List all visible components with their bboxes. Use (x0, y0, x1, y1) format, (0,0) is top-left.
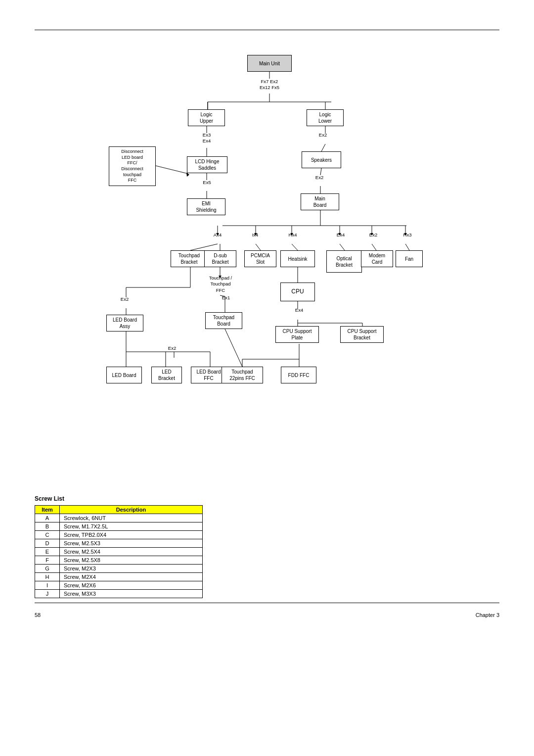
table-row: DScrew, M2.5X3 (35, 539, 203, 548)
dsub-bracket-box: D-subBracket (204, 250, 236, 267)
led-board-ffc-label: LED BoardFFC (197, 369, 221, 381)
svg-line-11 (321, 144, 325, 151)
emi-shielding-label: EMIShielding (196, 200, 216, 213)
screw-item: F (35, 556, 60, 565)
touchpad-ffc-note: Touchpad /TouchpadFFC (200, 275, 241, 293)
led-board-assy-box: LED BoardAssy (106, 315, 143, 331)
footer-page-number: 58 (35, 612, 41, 618)
dsub-bracket-label: D-subBracket (212, 252, 229, 265)
cpu-support-plate-label: CPU SupportPlate (283, 328, 312, 341)
ex3-ex4-label: Ex3Ex4 (192, 132, 222, 144)
modem-card-label: ModemCard (369, 252, 385, 265)
fx7-text: Fx7 Ex2Ex12 Fx5 (260, 79, 279, 90)
cpu-label: CPU (291, 288, 304, 296)
touchpad-bracket-box: TouchpadBracket (171, 250, 208, 267)
table-row: CScrew, TPB2.0X4 (35, 531, 203, 539)
screw-item: J (35, 590, 60, 598)
touchpad-bracket-label: TouchpadBracket (178, 252, 200, 265)
cpu-support-plate-box: CPU SupportPlate (275, 326, 319, 343)
ex2-b-label: Ex2 (310, 175, 329, 181)
table-row: JScrew, M3X3 (35, 590, 203, 598)
touchpad-board-label: TouchpadBoard (213, 314, 234, 327)
led-board-box: LED Board (106, 367, 142, 383)
table-row: AScrewlock, 6NUT (35, 514, 203, 522)
screw-list-title: Screw List (35, 495, 499, 502)
diagram-area: Main Unit Fx7 Ex2Ex12 Fx5 LogicUpper Log… (35, 50, 499, 480)
svg-line-43 (372, 244, 376, 250)
col-header-desc: Description (60, 506, 203, 514)
touchpad-board-box: TouchpadBoard (205, 312, 242, 329)
screw-desc: Screw, M1.7X2.5L (60, 522, 203, 531)
disconnect-label: DisconnectLED boardFFC/Disconnecttouchpa… (121, 149, 143, 184)
svg-line-41 (340, 244, 345, 250)
fdd-ffc-box: FDD FFC (281, 367, 316, 383)
col-header-item: Item (35, 506, 60, 514)
ex1-label: Ex1 (217, 295, 235, 301)
heatsink-label: Heatsink (288, 256, 308, 262)
main-board-label: MainBoard (313, 195, 327, 208)
screw-item: A (35, 514, 60, 522)
speakers-box: Speakers (302, 151, 341, 168)
screw-desc: Screw, M2.5X4 (60, 548, 203, 556)
top-rule (35, 30, 499, 30)
table-row: IScrew, M2X6 (35, 581, 203, 590)
screw-item: D (35, 539, 60, 548)
logic-lower-box: LogicLower (307, 109, 344, 126)
ax4-label: Ax4 (208, 232, 227, 238)
screw-desc: Screw, M2X3 (60, 565, 203, 573)
screw-desc: Screw, TPB2.0X4 (60, 531, 203, 539)
led-board-assy-label: LED BoardAssy (113, 317, 137, 330)
fan-label: Fan (405, 256, 413, 262)
cpu-support-bracket-label: CPU SupportBracket (348, 328, 377, 341)
svg-line-77 (225, 329, 242, 367)
screw-desc: Screw, M2.5X8 (60, 556, 203, 565)
cpu-support-bracket-box: CPU SupportBracket (340, 326, 384, 343)
main-unit-label: Main Unit (259, 60, 280, 67)
led-bracket-box: LEDBracket (151, 367, 182, 383)
fx7-label: Fx7 Ex2Ex12 Fx5 (247, 79, 292, 91)
logic-lower-label: LogicLower (318, 111, 332, 124)
main-board-box: MainBoard (301, 193, 339, 210)
optical-bracket-box: OpticalBracket (326, 250, 362, 273)
modem-card-box: ModemCard (361, 250, 393, 267)
heatsink-box: Heatsink (280, 250, 315, 267)
optical-bracket-label: OpticalBracket (336, 255, 353, 268)
pcmcia-slot-box: PCMCIASlot (244, 250, 276, 267)
logic-upper-label: LogicUpper (200, 111, 213, 124)
screw-item: B (35, 522, 60, 531)
ex2-split-label: Ex2 (162, 345, 182, 351)
table-row: FScrew, M2.5X8 (35, 556, 203, 565)
hx3-label: Hx3 (398, 232, 417, 238)
screw-item: G (35, 565, 60, 573)
screw-list-section: Screw List Item Description AScrewlock, … (35, 495, 499, 598)
svg-line-47 (190, 244, 218, 250)
pcmcia-slot-label: PCMCIASlot (251, 252, 270, 265)
main-unit-box: Main Unit (247, 55, 292, 72)
led-board-label: LED Board (112, 372, 136, 378)
svg-line-19 (156, 166, 188, 174)
svg-line-45 (405, 244, 409, 250)
ex5-label: Ex5 (196, 180, 218, 186)
table-row: EScrew, M2.5X4 (35, 548, 203, 556)
screw-desc: Screwlock, 6NUT (60, 514, 203, 522)
svg-line-37 (256, 244, 261, 250)
emi-shielding-box: EMIShielding (187, 198, 225, 215)
screw-desc: Screw, M2X4 (60, 573, 203, 581)
ex2-led-label: Ex2 (115, 296, 134, 302)
ex2-a-label: Ex2 (313, 132, 333, 138)
hx4-label: Hx4 (283, 232, 302, 238)
screw-desc: Screw, M3X3 (60, 590, 203, 598)
screw-item: I (35, 581, 60, 590)
disconnect-note-box: DisconnectLED boardFFC/Disconnecttouchpa… (109, 146, 156, 186)
screw-desc: Screw, M2X6 (60, 581, 203, 590)
bottom-rule (35, 603, 499, 603)
svg-line-13 (320, 168, 321, 175)
table-row: GScrew, M2X3 (35, 565, 203, 573)
screw-item: E (35, 548, 60, 556)
led-bracket-label: LEDBracket (158, 369, 175, 381)
screw-item: H (35, 573, 60, 581)
lcd-hinge-label: LCD HingeSaddles (195, 158, 220, 171)
touchpad-22pins-label: Touchpad22pins FFC (229, 369, 255, 381)
footer: 58 Chapter 3 (35, 612, 499, 618)
ex2-c-label: Ex2 (364, 232, 383, 238)
